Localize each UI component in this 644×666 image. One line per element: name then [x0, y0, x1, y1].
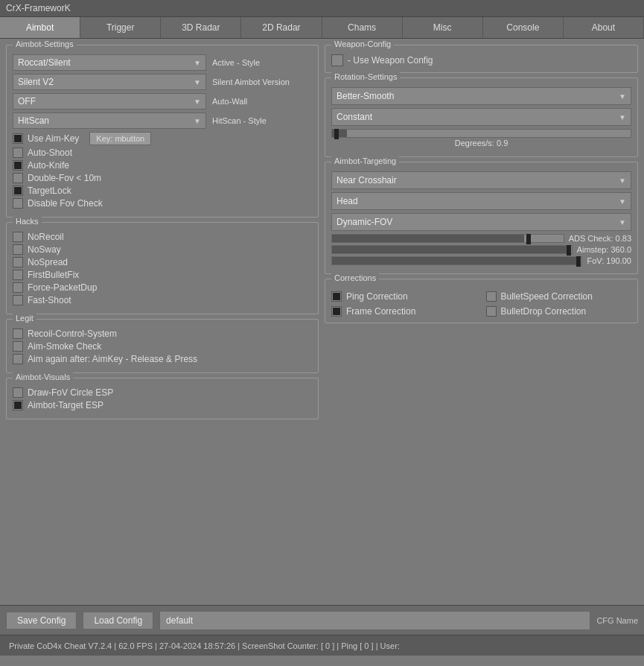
ping-correction-checkbox[interactable] — [331, 291, 342, 302]
norecoil-label: NoRecoil — [28, 232, 64, 242]
firstbulletfix-checkbox[interactable] — [13, 270, 23, 280]
type-dropdown-arrow: ▼ — [619, 113, 626, 121]
tab-chams[interactable]: Chams — [322, 17, 403, 38]
norecoil-row: NoRecoil — [13, 232, 312, 242]
draw-fov-row: Draw-FoV Circle ESP — [13, 387, 312, 398]
tab-2dradar[interactable]: 2D Radar — [241, 17, 322, 38]
silent-version-dropdown[interactable]: Silent V2 ▼ — [13, 74, 206, 90]
disable-fov-checkbox[interactable] — [13, 198, 23, 209]
tab-3dradar[interactable]: 3D Radar — [161, 17, 241, 38]
key-button[interactable]: Key: mbutton — [89, 132, 151, 145]
save-config-button[interactable]: Save Config — [6, 612, 77, 629]
rotation-settings-title: Rotation-Settings — [331, 72, 400, 81]
force-packetdup-row: Force-PacketDup — [13, 282, 312, 293]
degrees-slider[interactable] — [331, 129, 631, 138]
tab-trigger[interactable]: Trigger — [80, 17, 161, 38]
fast-shoot-checkbox[interactable] — [13, 295, 23, 305]
rcs-row: Recoil-Control-System — [13, 329, 312, 339]
auto-knife-checkbox[interactable] — [13, 160, 23, 171]
dropdown-arrow-2: ▼ — [194, 78, 201, 86]
frame-correction-item: Frame Correction — [331, 306, 477, 317]
disable-fov-row: Disable Fov Check — [13, 198, 312, 209]
auto-wall-row: OFF ▼ Auto-Wall — [13, 93, 312, 110]
hacks-group: Hacks NoRecoil NoSway NoSpread FirstBull… — [6, 222, 319, 314]
weapon-config-title: Weapon-Config — [331, 39, 394, 48]
force-packetdup-checkbox[interactable] — [13, 282, 23, 293]
frame-correction-label: Frame Correction — [346, 306, 415, 317]
status-bar: Private CoD4x Cheat V7.2.4 | 62.0 FPS | … — [0, 635, 644, 656]
norecoil-checkbox[interactable] — [13, 232, 23, 242]
active-style-dropdown[interactable]: Roccat/Silent ▼ — [13, 54, 206, 71]
draw-fov-checkbox[interactable] — [13, 387, 23, 398]
frame-correction-checkbox[interactable] — [331, 306, 342, 317]
cfg-name-input[interactable] — [159, 611, 590, 630]
aimbot-target-esp-label: Aimbot-Target ESP — [28, 400, 103, 410]
auto-shoot-checkbox[interactable] — [13, 148, 23, 158]
aimstep-slider[interactable] — [331, 245, 573, 254]
bulletspeed-correction-label: BulletSpeed Correction — [501, 291, 593, 302]
fast-shoot-row: Fast-Shoot — [13, 295, 312, 305]
weapon-config-group: Weapon-Config - Use Weapon Config — [325, 45, 638, 73]
ping-correction-item: Ping Correction — [331, 291, 477, 302]
auto-shoot-row: Auto-Shoot — [13, 148, 312, 158]
ads-slider-row: ADS Check: 0.83 — [331, 234, 631, 243]
disable-fov-label: Disable Fov Check — [28, 198, 103, 209]
aim-smoke-checkbox[interactable] — [13, 341, 23, 352]
status-text: Private CoD4x Cheat V7.2.4 | 62.0 FPS | … — [9, 641, 400, 650]
ads-slider[interactable] — [331, 234, 564, 243]
aimbot-settings-group: Aimbot-Settings Roccat/Silent ▼ Active -… — [6, 45, 319, 218]
aim-again-checkbox[interactable] — [13, 354, 23, 364]
nosway-label: NoSway — [28, 244, 61, 255]
bottom-bar: Save Config Load Config CFG Name — [0, 605, 644, 635]
aimbot-visuals-title: Aimbot-Visuals — [13, 372, 73, 381]
aim-again-row: Aim again after: AimKey - Release & Pres… — [13, 354, 312, 364]
target-dropdown-arrow: ▼ — [619, 177, 626, 185]
bulletspeed-correction-checkbox[interactable] — [486, 291, 497, 302]
type-dropdown[interactable]: Constant ▼ — [331, 108, 631, 126]
bone-dropdown-arrow: ▼ — [619, 197, 626, 206]
smooth-dropdown[interactable]: Better-Smooth ▼ — [331, 87, 631, 105]
hitscan-label: HitScan - Style — [209, 116, 267, 125]
main-content: Aimbot-Settings Roccat/Silent ▼ Active -… — [0, 39, 644, 605]
aimbot-settings-title: Aimbot-Settings — [13, 39, 77, 48]
load-config-button[interactable]: Load Config — [83, 612, 153, 629]
firstbulletfix-row: FirstBulletFix — [13, 270, 312, 280]
bulletdrop-correction-item: BulletDrop Correction — [486, 306, 632, 317]
auto-wall-dropdown[interactable]: OFF ▼ — [13, 93, 206, 110]
auto-knife-row: Auto-Knife — [13, 160, 312, 171]
auto-knife-label: Auto-Knife — [28, 160, 69, 171]
rcs-checkbox[interactable] — [13, 329, 23, 339]
nospread-label: NoSpread — [28, 257, 68, 267]
aimbot-target-esp-row: Aimbot-Target ESP — [13, 400, 312, 410]
auto-wall-label: Auto-Wall — [209, 97, 247, 106]
aim-smoke-row: Aim-Smoke Check — [13, 341, 312, 352]
active-style-row: Roccat/Silent ▼ Active - Style — [13, 54, 312, 71]
smooth-dropdown-arrow: ▼ — [619, 92, 626, 101]
bulletdrop-correction-label: BulletDrop Correction — [501, 306, 587, 317]
use-aimkey-checkbox[interactable] — [13, 133, 23, 144]
targeting-title: Aimbot-Targeting — [331, 156, 399, 165]
use-weapon-config-checkbox[interactable] — [331, 54, 343, 66]
tab-about[interactable]: About — [564, 17, 644, 38]
degrees-slider-container: Degrees/s: 0.9 — [331, 129, 631, 148]
target-dropdown[interactable]: Near Crosshair ▼ — [331, 171, 631, 189]
fov-dropdown[interactable]: Dynamic-FOV ▼ — [331, 213, 631, 231]
nospread-row: NoSpread — [13, 257, 312, 267]
tab-console[interactable]: Console — [483, 17, 564, 38]
targetlock-checkbox[interactable] — [13, 185, 23, 196]
hitscan-dropdown[interactable]: HitScan ▼ — [13, 112, 206, 129]
tab-aimbot[interactable]: Aimbot — [0, 17, 80, 38]
nospread-checkbox[interactable] — [13, 257, 23, 267]
double-fov-row: Double-Fov < 10m — [13, 173, 312, 183]
double-fov-checkbox[interactable] — [13, 173, 23, 183]
hitscan-row: HitScan ▼ HitScan - Style — [13, 112, 312, 129]
aimbot-target-esp-checkbox[interactable] — [13, 400, 23, 410]
bone-dropdown[interactable]: Head ▼ — [331, 192, 631, 210]
nosway-checkbox[interactable] — [13, 244, 23, 255]
dropdown-arrow: ▼ — [194, 59, 201, 67]
fov-slider[interactable] — [331, 256, 582, 265]
bulletdrop-correction-checkbox[interactable] — [486, 306, 497, 317]
tab-misc[interactable]: Misc — [403, 17, 483, 38]
rcs-label: Recoil-Control-System — [28, 329, 117, 339]
firstbulletfix-label: FirstBulletFix — [28, 270, 79, 280]
